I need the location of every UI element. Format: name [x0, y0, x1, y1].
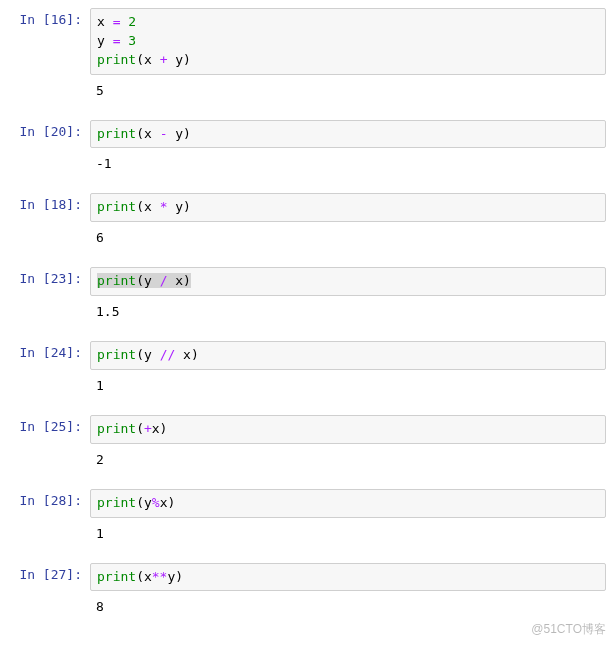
cell-output: 1.5 — [90, 300, 606, 323]
code-input[interactable]: print(x * y) — [90, 193, 606, 222]
output-row: 2 — [8, 448, 606, 471]
cell-output: 1 — [90, 522, 606, 545]
code-input[interactable]: print(y%x) — [90, 489, 606, 518]
input-prompt: In [24]: — [8, 341, 90, 370]
code-cell: In [20]:print(x - y) — [8, 120, 606, 149]
cell-output: 8 — [90, 595, 606, 618]
input-prompt: In [20]: — [8, 120, 90, 149]
input-prompt: In [18]: — [8, 193, 90, 222]
output-row: 8 — [8, 595, 606, 618]
code-cell: In [18]:print(x * y) — [8, 193, 606, 222]
code-input[interactable]: x = 2 y = 3 print(x + y) — [90, 8, 606, 75]
code-cell: In [16]:x = 2 y = 3 print(x + y) — [8, 8, 606, 75]
code-cell: In [28]:print(y%x) — [8, 489, 606, 518]
code-cell: In [25]:print(+x) — [8, 415, 606, 444]
output-row: 1.5 — [8, 300, 606, 323]
code-cell: In [23]:print(y / x) — [8, 267, 606, 296]
code-cell: In [27]:print(x**y) — [8, 563, 606, 592]
output-row: 5 — [8, 79, 606, 102]
cell-output: -1 — [90, 152, 606, 175]
cell-output: 6 — [90, 226, 606, 249]
input-prompt: In [25]: — [8, 415, 90, 444]
output-row: 6 — [8, 226, 606, 249]
code-input[interactable]: print(x - y) — [90, 120, 606, 149]
output-row: 1 — [8, 522, 606, 545]
input-prompt: In [27]: — [8, 563, 90, 592]
watermark-text: @51CTO博客 — [531, 621, 606, 638]
input-prompt: In [23]: — [8, 267, 90, 296]
code-input[interactable]: print(+x) — [90, 415, 606, 444]
output-row: 1 — [8, 374, 606, 397]
cell-output: 1 — [90, 374, 606, 397]
cell-output: 5 — [90, 79, 606, 102]
cell-output: 2 — [90, 448, 606, 471]
input-prompt: In [28]: — [8, 489, 90, 518]
code-input[interactable]: print(y // x) — [90, 341, 606, 370]
output-row: -1 — [8, 152, 606, 175]
code-input[interactable]: print(x**y) — [90, 563, 606, 592]
code-input[interactable]: print(y / x) — [90, 267, 606, 296]
notebook-container: In [16]:x = 2 y = 3 print(x + y)5In [20]… — [8, 8, 606, 618]
input-prompt: In [16]: — [8, 8, 90, 75]
code-cell: In [24]:print(y // x) — [8, 341, 606, 370]
